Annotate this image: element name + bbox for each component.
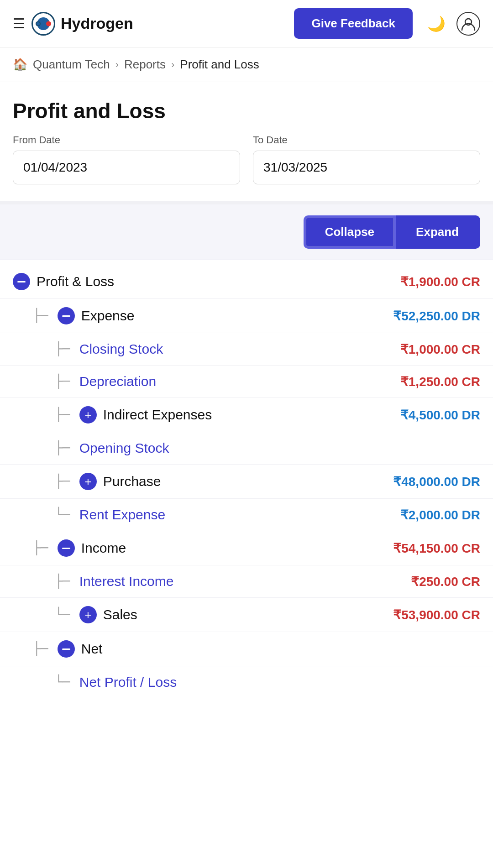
tree-row-indirect-expenses[interactable]: ├─+Indirect Expenses₹4,500.00 DR	[0, 398, 493, 432]
tree-label-sales: └─+Sales	[55, 606, 362, 623]
from-date-label: From Date	[13, 134, 240, 146]
item-name-opening-stock: Opening Stock	[79, 440, 169, 456]
tree-row-purchase[interactable]: ├─+Purchase₹48,000.00 DR	[0, 465, 493, 499]
item-name-interest-income: Interest Income	[79, 574, 174, 589]
page-title: Profit and Loss	[13, 99, 480, 123]
logo-inner	[37, 17, 50, 30]
logo-icon	[31, 12, 55, 36]
tree-label-indirect-expenses: ├─+Indirect Expenses	[55, 406, 362, 424]
avatar[interactable]	[456, 12, 480, 36]
item-name-sales: Sales	[103, 607, 137, 622]
item-name-depreciation: Depreciation	[79, 374, 156, 389]
tree-row-profit-loss[interactable]: Profit & Loss₹1,900.00 CR	[0, 265, 493, 299]
date-filters: From Date 01/04/2023 To Date 31/03/2025	[0, 134, 493, 201]
connector-sales: └─	[55, 608, 70, 621]
tree-row-sales[interactable]: └─+Sales₹53,900.00 CR	[0, 598, 493, 632]
tree-row-rent-expense[interactable]: └─Rent Expense₹2,000.00 DR	[0, 499, 493, 531]
connector-net: ├─	[33, 643, 48, 655]
connector-income: ├─	[33, 542, 48, 554]
breadcrumb-quantum-tech[interactable]: Quantum Tech	[33, 58, 110, 72]
item-name-closing-stock: Closing Stock	[79, 341, 163, 357]
connector-interest-income: ├─	[55, 575, 70, 588]
tree-section: Profit & Loss₹1,900.00 CR├─Expense₹52,25…	[0, 260, 493, 712]
connector-closing-stock: ├─	[55, 343, 70, 356]
page-title-section: Profit and Loss	[0, 82, 493, 134]
tree-row-closing-stock[interactable]: ├─Closing Stock₹1,000.00 CR	[0, 333, 493, 366]
tree-row-interest-income[interactable]: ├─Interest Income₹250.00 CR	[0, 565, 493, 598]
plus-circle-icon[interactable]: +	[79, 406, 97, 424]
connector-opening-stock: ├─	[55, 442, 70, 455]
home-icon[interactable]: 🏠	[13, 58, 27, 72]
tree-label-net-profit-loss: └─Net Profit / Loss	[55, 675, 362, 690]
item-amount-income: ₹54,150.00 CR	[362, 541, 480, 556]
item-amount-purchase: ₹48,000.00 DR	[362, 474, 480, 489]
item-name-expense: Expense	[81, 308, 135, 324]
item-name-purchase: Purchase	[103, 474, 161, 489]
collapse-button[interactable]: Collapse	[304, 215, 396, 249]
connector-net-profit-loss: └─	[55, 676, 70, 689]
tree-row-income[interactable]: ├─Income₹54,150.00 CR	[0, 531, 493, 565]
collapse-expand-bar: Collapse Expand	[0, 204, 493, 260]
item-amount-rent-expense: ₹2,000.00 DR	[362, 507, 480, 523]
breadcrumb-sep-2: ›	[171, 59, 174, 71]
minus-circle-icon[interactable]	[58, 640, 75, 658]
to-date-group: To Date 31/03/2025	[253, 134, 480, 184]
to-date-input[interactable]: 31/03/2025	[253, 151, 480, 184]
item-amount-closing-stock: ₹1,000.00 CR	[362, 342, 480, 357]
breadcrumb-current: Profit and Loss	[180, 58, 259, 72]
logo: Hydrogen	[31, 12, 133, 36]
tree-label-purchase: ├─+Purchase	[55, 473, 362, 490]
item-name-rent-expense: Rent Expense	[79, 507, 165, 523]
item-name-net: Net	[81, 641, 103, 657]
to-date-label: To Date	[253, 134, 480, 146]
tree-row-net-profit-loss[interactable]: └─Net Profit / Loss	[0, 666, 493, 698]
item-amount-depreciation: ₹1,250.00 CR	[362, 374, 480, 389]
connector-indirect-expenses: ├─	[55, 408, 70, 421]
minus-circle-icon[interactable]	[58, 307, 75, 324]
minus-circle-icon[interactable]	[13, 273, 30, 290]
hamburger-icon[interactable]: ☰	[13, 17, 25, 31]
item-amount-profit-loss: ₹1,900.00 CR	[362, 274, 480, 289]
section-divider	[0, 201, 493, 204]
header: ☰ Hydrogen Give Feedback 🌙	[0, 0, 493, 47]
minus-circle-icon[interactable]	[58, 539, 75, 557]
tree-row-expense[interactable]: ├─Expense₹52,250.00 DR	[0, 299, 493, 333]
tree-row-depreciation[interactable]: ├─Depreciation₹1,250.00 CR	[0, 366, 493, 398]
from-date-group: From Date 01/04/2023	[13, 134, 240, 184]
give-feedback-button[interactable]: Give Feedback	[294, 8, 413, 39]
expand-button[interactable]: Expand	[396, 215, 480, 249]
tree-label-income: ├─Income	[33, 539, 362, 557]
tree-label-profit-loss: Profit & Loss	[13, 273, 362, 290]
item-name-income: Income	[81, 540, 126, 556]
tree-label-expense: ├─Expense	[33, 307, 362, 324]
from-date-input[interactable]: 01/04/2023	[13, 151, 240, 184]
tree-label-interest-income: ├─Interest Income	[55, 574, 362, 589]
plus-circle-icon[interactable]: +	[79, 473, 97, 490]
connector-purchase: ├─	[55, 475, 70, 488]
breadcrumb-sep-1: ›	[115, 59, 119, 71]
item-amount-indirect-expenses: ₹4,500.00 DR	[362, 408, 480, 423]
plus-circle-icon[interactable]: +	[79, 606, 97, 623]
breadcrumb-reports[interactable]: Reports	[124, 58, 166, 72]
item-amount-expense: ₹52,250.00 DR	[362, 309, 480, 324]
logo-dot-red	[46, 21, 51, 26]
connector-depreciation: ├─	[55, 375, 70, 388]
tree-label-depreciation: ├─Depreciation	[55, 374, 362, 389]
item-name-net-profit-loss: Net Profit / Loss	[79, 675, 177, 690]
dark-mode-icon[interactable]: 🌙	[427, 15, 446, 32]
breadcrumb: 🏠 Quantum Tech › Reports › Profit and Lo…	[0, 47, 493, 82]
tree-label-opening-stock: ├─Opening Stock	[55, 440, 362, 456]
tree-label-net: ├─Net	[33, 640, 362, 658]
app-name: Hydrogen	[61, 15, 133, 32]
tree-label-closing-stock: ├─Closing Stock	[55, 341, 362, 357]
tree-label-rent-expense: └─Rent Expense	[55, 507, 362, 523]
logo-dot-blue	[36, 21, 41, 26]
connector-expense: ├─	[33, 309, 48, 322]
tree-row-net[interactable]: ├─Net	[0, 632, 493, 666]
item-amount-sales: ₹53,900.00 CR	[362, 607, 480, 622]
item-name-indirect-expenses: Indirect Expenses	[103, 407, 212, 423]
connector-rent-expense: └─	[55, 508, 70, 521]
tree-row-opening-stock[interactable]: ├─Opening Stock	[0, 432, 493, 465]
item-amount-interest-income: ₹250.00 CR	[362, 574, 480, 589]
item-name-profit-loss: Profit & Loss	[37, 274, 114, 289]
